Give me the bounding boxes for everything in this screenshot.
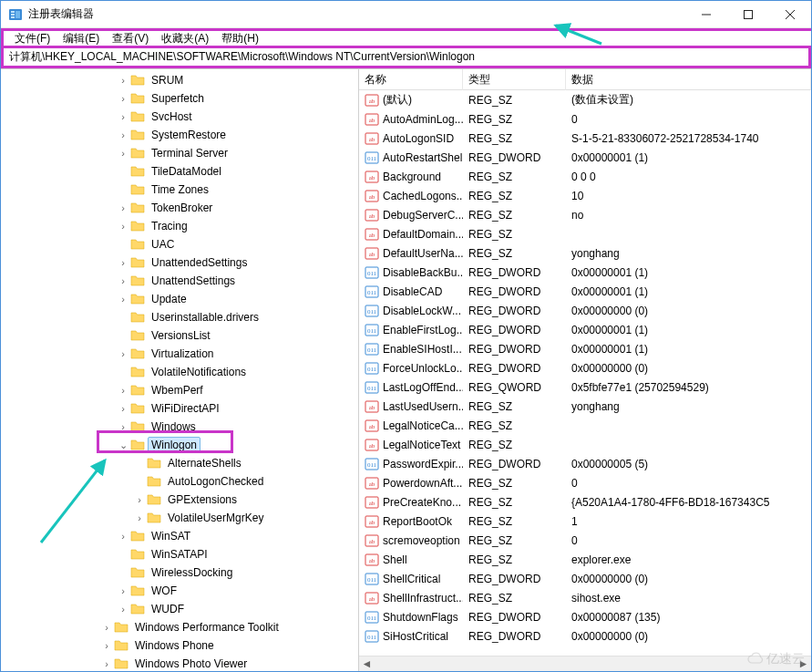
expand-icon[interactable]: › [116,111,130,122]
column-name[interactable]: 名称 [359,69,463,90]
menu-favorites[interactable]: 收藏夹(A) [156,29,214,48]
menu-help[interactable]: 帮助(H) [216,29,264,48]
value-row[interactable]: 011DisableBackBu...REG_DWORD0x00000001 (… [359,263,811,282]
scroll-left-icon[interactable]: ◄ [359,656,375,672]
column-type[interactable]: 类型 [463,69,566,90]
tree-node[interactable]: ›Virtualization [1,345,358,363]
tree-node[interactable]: ›Windows Phone [1,636,358,655]
values-list[interactable]: ab(默认)REG_SZ(数值未设置)abAutoAdminLog...REG_… [359,90,811,656]
expand-icon[interactable]: › [116,585,130,596]
expand-icon[interactable]: › [132,494,147,505]
tree-node[interactable]: VolatileNotifications [1,363,358,381]
value-row[interactable]: abCachedLogons...REG_SZ10 [359,186,811,205]
value-row[interactable]: 011AutoRestartShellREG_DWORD0x00000001 (… [359,148,811,167]
value-row[interactable]: abReportBootOkREG_SZ1 [359,512,811,531]
tree-node[interactable]: ›TokenBroker [1,199,358,217]
expand-icon[interactable]: › [99,658,114,669]
value-row[interactable]: abAutoAdminLog...REG_SZ0 [359,109,811,129]
value-row[interactable]: 011LastLogOffEnd...REG_QWORD0x5fbfe77e1 … [359,377,811,397]
tree-node[interactable]: ›Tracing [1,217,358,235]
tree-node[interactable]: ›WiFiDirectAPI [1,399,358,418]
column-data[interactable]: 数据 [566,69,811,90]
tree-node[interactable]: UAC [1,235,358,253]
tree-node[interactable]: WinSATAPI [1,545,358,563]
tree-node[interactable]: AutoLogonChecked [1,472,358,491]
value-row[interactable]: 011ShutdownFlagsREG_DWORD0x00000087 (135… [359,607,811,626]
tree-node[interactable]: ›SvcHost [1,108,358,126]
tree-node[interactable]: ›GPExtensions [1,491,358,509]
value-row[interactable]: abscremoveoptionREG_SZ0 [359,531,811,550]
expand-icon[interactable]: › [116,202,130,213]
expand-icon[interactable]: › [132,512,147,523]
tree-node[interactable]: Userinstallable.drivers [1,308,358,326]
menu-edit[interactable]: 编辑(E) [57,29,105,48]
tree-node[interactable]: ›Windows Photo Viewer [1,655,358,671]
tree-node[interactable]: ›VolatileUserMgrKey [1,509,358,527]
collapse-icon[interactable]: ⌄ [116,439,130,451]
expand-icon[interactable]: › [116,421,130,432]
tree-node[interactable]: VersionsList [1,326,358,345]
tree-node[interactable]: ›UnattendSettings [1,272,358,290]
value-row[interactable]: 011ShellCriticalREG_DWORD0x00000000 (0) [359,569,811,588]
menu-view[interactable]: 查看(V) [107,29,154,48]
tree-node[interactable]: ›WinSAT [1,527,358,545]
value-row[interactable]: abDefaultUserNa...REG_SZyonghang [359,243,811,263]
horizontal-scrollbar[interactable]: ◄ ► [359,656,811,671]
expand-icon[interactable]: › [99,640,114,651]
tree-node[interactable]: ›WbemPerf [1,381,358,399]
tree-node[interactable]: ›Update [1,290,358,308]
value-row[interactable]: 011PasswordExpir...REG_DWORD0x00000005 (… [359,454,811,473]
expand-icon[interactable]: › [116,75,130,86]
tree-node[interactable]: ›UnattendedSettings [1,253,358,272]
value-row[interactable]: 011SiHostCriticalREG_DWORD0x00000000 (0) [359,626,811,646]
maximize-button[interactable] [727,1,769,28]
tree-node[interactable]: ›Windows [1,418,358,436]
expand-icon[interactable]: › [116,275,130,286]
expand-icon[interactable]: › [116,531,130,542]
tree-node[interactable]: ›WUDF [1,600,358,618]
value-row[interactable]: abLegalNoticeCa...REG_SZ [359,416,811,435]
expand-icon[interactable]: › [116,257,130,268]
expand-icon[interactable]: › [116,348,130,359]
tree-node[interactable]: TileDataModel [1,162,358,181]
tree-node[interactable]: ›Superfetch [1,89,358,108]
value-row[interactable]: 011DisableLockW...REG_DWORD0x00000000 (0… [359,301,811,320]
minimize-button[interactable] [685,1,727,28]
tree-node[interactable]: AlternateShells [1,454,358,472]
value-row[interactable]: 011ForceUnlockLo...REG_DWORD0x00000000 (… [359,358,811,377]
expand-icon[interactable]: › [116,294,130,305]
menu-file[interactable]: 文件(F) [9,29,56,48]
expand-icon[interactable]: › [116,403,130,414]
value-row[interactable]: abAutoLogonSIDREG_SZS-1-5-21-83306072-25… [359,129,811,148]
value-row[interactable]: 011EnableSIHostI...REG_DWORD0x00000001 (… [359,339,811,358]
value-row[interactable]: abShellREG_SZexplorer.exe [359,550,811,569]
value-row[interactable]: abShellInfrastruct...REG_SZsihost.exe [359,588,811,607]
expand-icon[interactable]: › [116,604,130,615]
expand-icon[interactable]: › [116,129,130,140]
expand-icon[interactable]: › [116,385,130,396]
tree-node[interactable]: WirelessDocking [1,563,358,582]
value-row[interactable]: abLastUsedUsern...REG_SZyonghang [359,397,811,416]
close-button[interactable] [769,1,811,28]
expand-icon[interactable]: › [116,221,130,232]
value-row[interactable]: 011EnableFirstLog...REG_DWORD0x00000001 … [359,320,811,339]
tree-pane[interactable]: ›SRUM›Superfetch›SvcHost›SystemRestore›T… [1,69,359,671]
value-row[interactable]: abLegalNoticeTextREG_SZ [359,435,811,454]
value-row[interactable]: abPreCreateKno...REG_SZ{A520A1A4-1780-4F… [359,492,811,512]
tree-node[interactable]: ›WOF [1,582,358,600]
value-row[interactable]: abDebugServerC...REG_SZno [359,205,811,224]
value-row[interactable]: ab(默认)REG_SZ(数值未设置) [359,90,811,109]
expand-icon[interactable]: › [99,622,114,633]
value-row[interactable]: 011DisableCADREG_DWORD0x00000001 (1) [359,282,811,301]
value-row[interactable]: abBackgroundREG_SZ0 0 0 [359,167,811,186]
address-bar[interactable]: 计算机\HKEY_LOCAL_MACHINE\SOFTWARE\Microsof… [1,48,811,68]
expand-icon[interactable]: › [116,148,130,159]
expand-icon[interactable]: › [116,93,130,104]
value-row[interactable]: abPowerdownAft...REG_SZ0 [359,473,811,492]
tree-node[interactable]: ›Windows Performance Toolkit [1,618,358,636]
tree-node[interactable]: ›Terminal Server [1,144,358,162]
value-row[interactable]: abDefaultDomain...REG_SZ [359,224,811,243]
tree-node[interactable]: ⌄Winlogon [1,436,358,454]
tree-node[interactable]: ›SRUM [1,71,358,89]
tree-node[interactable]: Time Zones [1,181,358,199]
